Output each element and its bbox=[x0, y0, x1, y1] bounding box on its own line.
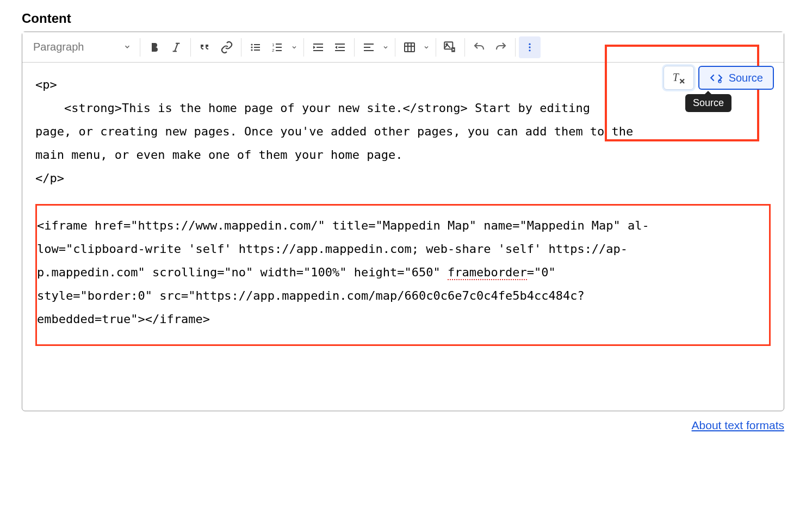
svg-rect-7 bbox=[254, 47, 260, 48]
separator bbox=[436, 38, 436, 57]
heading-select[interactable]: Paragraph bbox=[28, 41, 137, 53]
code-line: </p> bbox=[35, 167, 771, 190]
svg-rect-19 bbox=[338, 47, 345, 48]
bold-button[interactable] bbox=[144, 36, 165, 58]
extra-toolbar: T Source bbox=[664, 66, 774, 90]
field-label-content: Content bbox=[22, 11, 784, 26]
svg-rect-14 bbox=[313, 44, 323, 45]
svg-rect-12 bbox=[276, 47, 282, 48]
heading-select-label: Paragraph bbox=[33, 41, 84, 53]
svg-rect-8 bbox=[254, 50, 260, 51]
remove-format-button[interactable]: T bbox=[664, 66, 694, 90]
separator bbox=[190, 38, 191, 57]
align-dropdown[interactable] bbox=[380, 36, 392, 58]
svg-point-4 bbox=[251, 46, 252, 48]
svg-rect-15 bbox=[317, 47, 323, 48]
redo-button[interactable] bbox=[490, 36, 512, 58]
svg-rect-22 bbox=[364, 44, 374, 45]
code-line: page, or creating new pages. Once you've… bbox=[35, 120, 771, 144]
code-line: p.mappedin.com" scrolling="no" width="10… bbox=[37, 261, 769, 284]
svg-rect-20 bbox=[335, 50, 345, 51]
spellcheck-error: frameborder bbox=[448, 265, 527, 280]
svg-rect-24 bbox=[364, 50, 374, 51]
code-line: <strong>This is the home page of your ne… bbox=[35, 97, 771, 120]
code-line: low="clipboard-write 'self' https://app.… bbox=[37, 238, 769, 261]
svg-rect-13 bbox=[276, 50, 282, 51]
svg-rect-23 bbox=[364, 47, 370, 48]
italic-button[interactable] bbox=[165, 36, 187, 58]
source-button-label: Source bbox=[729, 72, 763, 84]
separator bbox=[241, 38, 241, 57]
numbered-list-dropdown[interactable] bbox=[288, 36, 300, 58]
table-dropdown[interactable] bbox=[420, 36, 432, 58]
indent-button[interactable] bbox=[307, 36, 329, 58]
align-button[interactable] bbox=[358, 36, 380, 58]
code-line: main menu, or even make one of them your… bbox=[35, 144, 771, 167]
separator bbox=[464, 38, 465, 57]
outdent-button[interactable] bbox=[329, 36, 351, 58]
separator bbox=[140, 38, 140, 57]
editor-toolbar: Paragraph 12 bbox=[22, 32, 784, 63]
separator bbox=[303, 38, 304, 57]
chevron-down-icon bbox=[123, 41, 131, 53]
code-line: embedded=true"></iframe> bbox=[37, 308, 769, 331]
table-button[interactable] bbox=[399, 36, 420, 58]
media-button[interactable] bbox=[439, 36, 461, 58]
source-tooltip: Source bbox=[685, 94, 731, 112]
undo-button[interactable] bbox=[468, 36, 490, 58]
code-line: <iframe href="https://www.mappedin.com/"… bbox=[37, 214, 769, 238]
svg-text:T: T bbox=[672, 71, 679, 83]
svg-rect-6 bbox=[254, 44, 260, 45]
link-button[interactable] bbox=[216, 36, 238, 58]
separator bbox=[515, 38, 516, 57]
highlight-iframe-block: <iframe href="https://www.mappedin.com/"… bbox=[35, 204, 771, 345]
svg-rect-25 bbox=[405, 43, 414, 52]
svg-marker-17 bbox=[313, 46, 315, 49]
separator bbox=[354, 38, 355, 57]
source-editor-textarea[interactable]: <p> <strong>This is the home page of you… bbox=[22, 63, 784, 411]
more-button[interactable] bbox=[519, 36, 541, 58]
rich-text-editor: Paragraph 12 bbox=[22, 32, 784, 411]
svg-text:1: 1 bbox=[272, 42, 275, 47]
svg-line-0 bbox=[175, 43, 178, 51]
svg-point-5 bbox=[251, 49, 252, 51]
svg-point-33 bbox=[529, 50, 530, 51]
svg-marker-21 bbox=[335, 46, 337, 49]
blockquote-button[interactable] bbox=[194, 36, 216, 58]
separator bbox=[395, 38, 395, 57]
svg-point-3 bbox=[251, 44, 252, 45]
bulleted-list-button[interactable] bbox=[245, 36, 266, 58]
about-text-formats-link[interactable]: About text formats bbox=[22, 419, 784, 432]
svg-rect-16 bbox=[313, 50, 323, 51]
numbered-list-button[interactable]: 12 bbox=[266, 36, 288, 58]
code-line: style="border:0" src="https://app.mapped… bbox=[37, 284, 769, 308]
svg-point-32 bbox=[529, 46, 530, 48]
svg-rect-11 bbox=[276, 44, 282, 45]
svg-text:2: 2 bbox=[272, 48, 275, 53]
svg-point-31 bbox=[529, 43, 530, 45]
svg-rect-18 bbox=[335, 44, 345, 45]
code-line: <p> bbox=[35, 73, 771, 97]
source-button[interactable]: Source bbox=[698, 66, 774, 90]
